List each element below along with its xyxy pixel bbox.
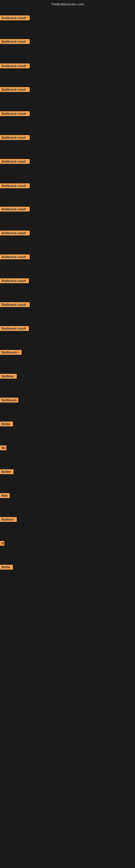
bottleneck-badge-16[interactable]: Bottlene	[0, 374, 17, 379]
bottleneck-badge-3[interactable]: Bottleneck result	[0, 63, 30, 68]
bottleneck-badge-19[interactable]: Bo	[0, 445, 6, 450]
result-row: Bottlene	[0, 374, 17, 380]
bottleneck-badge-14[interactable]: Bottleneck result	[0, 326, 29, 331]
bottleneck-badge-22[interactable]: Bottlene	[0, 517, 17, 522]
bottleneck-badge-20[interactable]: Bottler	[0, 469, 13, 474]
result-row: B	[0, 541, 4, 547]
result-row: Bottleneck result	[0, 39, 30, 45]
result-row: Bottleneck result	[0, 135, 30, 141]
bottleneck-badge-11[interactable]: Bottleneck result	[0, 254, 30, 259]
result-row: Bottleneck result	[0, 16, 30, 22]
bottleneck-badge-13[interactable]: Bottleneck result	[0, 302, 30, 307]
result-row: Bottleneck	[0, 398, 18, 404]
result-row: Bottleneck result	[0, 207, 30, 213]
bottleneck-badge-8[interactable]: Bottleneck result	[0, 183, 30, 188]
bottleneck-badge-2[interactable]: Bottleneck result	[0, 39, 30, 44]
result-row: Bottlene	[0, 517, 17, 523]
result-row: Bottle	[0, 422, 13, 428]
result-row: Bottleneck result	[0, 87, 30, 93]
result-row: Bottleneck result	[0, 254, 30, 260]
bottleneck-badge-7[interactable]: Bottleneck result	[0, 159, 30, 164]
bottleneck-badge-21[interactable]: Bott	[0, 493, 10, 498]
result-row: Bo	[0, 445, 6, 452]
result-row: Bott	[0, 493, 10, 499]
site-title: TheBottlenecker.com	[51, 2, 84, 6]
bottleneck-badge-1[interactable]: Bottleneck result	[0, 16, 30, 20]
bottleneck-badge-6[interactable]: Bottleneck result	[0, 135, 30, 140]
result-row: Bottleneck result	[0, 326, 29, 332]
result-row: Bottleneck result	[0, 63, 30, 69]
result-row: Bottleneck result	[0, 278, 29, 284]
result-row: Bottler	[0, 469, 13, 475]
site-header: TheBottlenecker.com	[0, 0, 135, 7]
result-row: Bottleneck result	[0, 230, 30, 237]
result-row: Bottleneck result	[0, 183, 30, 189]
bottleneck-badge-10[interactable]: Bottleneck result	[0, 230, 30, 236]
bottleneck-badge-24[interactable]: Bottle	[0, 565, 13, 569]
result-row: Bottleneck result	[0, 302, 30, 308]
result-row: Bottle	[0, 565, 13, 571]
bottleneck-badge-9[interactable]: Bottleneck result	[0, 207, 30, 212]
result-row: Bottleneck r	[0, 350, 21, 356]
result-row: Bottleneck result	[0, 159, 30, 165]
bottleneck-badge-12[interactable]: Bottleneck result	[0, 278, 29, 283]
bottleneck-badge-18[interactable]: Bottle	[0, 422, 13, 426]
bottleneck-badge-5[interactable]: Bottleneck result	[0, 111, 30, 116]
bottleneck-badge-15[interactable]: Bottleneck r	[0, 350, 21, 355]
bottleneck-badge-17[interactable]: Bottleneck	[0, 398, 18, 403]
bottleneck-badge-23[interactable]: B	[0, 541, 4, 546]
result-row: Bottleneck result	[0, 111, 30, 117]
bottleneck-badge-4[interactable]: Bottleneck result	[0, 87, 30, 92]
